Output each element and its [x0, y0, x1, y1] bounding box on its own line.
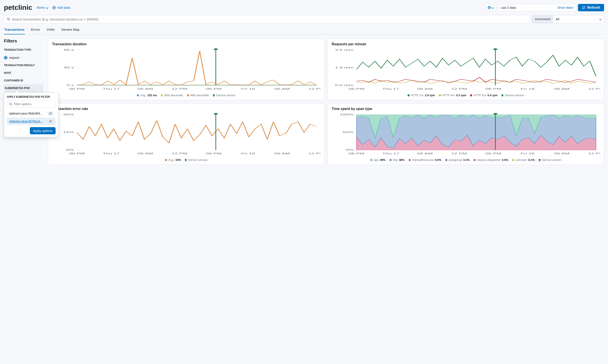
- chart-transaction-error-rate[interactable]: 0%15%30%06 PMThu 1706 AM12 PM06 PMFri 18…: [52, 113, 320, 156]
- svg-text:06 AM: 06 AM: [554, 88, 569, 90]
- refresh-label: Refresh: [587, 6, 600, 10]
- svg-text:06 AM: 06 AM: [137, 152, 153, 155]
- refresh-button[interactable]: Refresh: [578, 4, 604, 11]
- svg-text:12 PM: 12 PM: [451, 88, 467, 90]
- popover-item-1-count: 12: [48, 119, 54, 123]
- date-range-value: Last 2 days: [500, 6, 516, 9]
- tab-jvms[interactable]: JVMs: [46, 25, 55, 34]
- svg-text:Thu 17: Thu 17: [382, 152, 399, 155]
- chevron-down-icon: [46, 6, 48, 9]
- refresh-icon: [582, 6, 585, 9]
- svg-text:06 AM: 06 AM: [417, 152, 432, 155]
- popover-search[interactable]: [7, 101, 55, 107]
- legend: app 49%http 48%InternalResource 0.0%post…: [332, 158, 600, 162]
- svg-text:06 AM: 06 AM: [274, 88, 290, 90]
- svg-text:3.5 rpm: 3.5 rpm: [335, 49, 353, 51]
- page-title: petclinic: [4, 3, 32, 12]
- popover-item-0[interactable]: opbeans-java-5bdcd94... 12: [7, 110, 55, 117]
- chart-time-spent-by-span-type[interactable]: 0%50%100%06 PMThu 1706 AM12 PM06 PMFri 1…: [332, 113, 600, 156]
- filter-section-kubernetes-pod[interactable]: KUBERNETES POD: [4, 84, 43, 92]
- tab-errors[interactable]: Errors: [31, 25, 41, 34]
- svg-text:15%: 15%: [63, 131, 74, 133]
- svg-text:0 s: 0 s: [67, 84, 74, 86]
- kubernetes-pod-filter-popover: APPLY KUBERNETES POD FILTER opbeans-java…: [4, 92, 58, 137]
- legend: HTTP 2xx 2.0 rpmHTTP 4xx 0.3 rpmHTTP 5xx…: [332, 94, 600, 97]
- legend: Avg. 15%Service version: [52, 158, 320, 162]
- svg-text:30%: 30%: [63, 113, 74, 116]
- date-range-selector[interactable]: Last 2 days Show dates: [498, 4, 576, 11]
- svg-text:Fri 18: Fri 18: [241, 88, 255, 90]
- svg-text:06 PM: 06 PM: [349, 88, 364, 90]
- radio-checked-icon: [4, 56, 7, 59]
- filter-radio-request[interactable]: request: [4, 54, 43, 62]
- svg-text:12 PM: 12 PM: [588, 152, 600, 155]
- popover-item-1[interactable]: opbeans-java-8579ccd... 12: [7, 117, 55, 125]
- chart-transaction-duration[interactable]: 0 s40 s80 s06 PMThu 1706 AM12 PM06 PMFri…: [52, 48, 320, 91]
- filter-section-transaction-type[interactable]: TRANSACTION TYPE: [4, 46, 43, 54]
- svg-text:06 PM: 06 PM: [206, 88, 222, 90]
- popover-item-0-count: 12: [48, 111, 54, 115]
- svg-text:06 AM: 06 AM: [417, 88, 432, 90]
- svg-text:Fri 18: Fri 18: [241, 152, 255, 155]
- tab-service-map[interactable]: Service Map: [61, 25, 80, 34]
- svg-text:Thu 17: Thu 17: [103, 152, 120, 155]
- chart-requests-per-minute[interactable]: 0.0 rpm1.8 rpm3.5 rpm06 PMThu 1706 AM12 …: [332, 48, 600, 91]
- panel-title: Time spent by span type: [332, 107, 600, 111]
- search-icon: [7, 17, 10, 21]
- svg-text:06 PM: 06 PM: [206, 152, 222, 155]
- calendar-dropdown-button[interactable]: [485, 4, 496, 11]
- calendar-icon: [487, 6, 491, 9]
- search-icon: [9, 103, 12, 105]
- panel-time-spent-by-span-type: Time spent by span type 0%50%100%06 PMTh…: [327, 103, 604, 165]
- popover-item-0-label: opbeans-java-5bdcd94...: [9, 112, 42, 115]
- popover-search-input[interactable]: [14, 102, 53, 106]
- svg-rect-1: [488, 7, 490, 9]
- search-input[interactable]: [12, 17, 527, 21]
- svg-text:Thu 17: Thu 17: [382, 88, 399, 90]
- filter-section-transaction-result[interactable]: TRANSACTION RESULT: [4, 62, 43, 69]
- search-box[interactable]: [4, 15, 530, 23]
- svg-text:Thu 17: Thu 17: [103, 88, 120, 90]
- svg-text:0%: 0%: [66, 148, 74, 151]
- filter-section-host[interactable]: HOST: [4, 69, 43, 77]
- svg-text:12 PM: 12 PM: [172, 152, 188, 155]
- alerts-button[interactable]: Alerts: [37, 6, 48, 9]
- panel-title: Transaction error rate: [52, 107, 320, 111]
- svg-text:40 s: 40 s: [64, 66, 74, 69]
- svg-point-19: [214, 48, 218, 50]
- svg-text:06 AM: 06 AM: [554, 152, 569, 155]
- svg-text:12 PM: 12 PM: [309, 152, 320, 155]
- environment-select[interactable]: environment All: [532, 15, 604, 23]
- chevron-down-icon: [492, 6, 494, 9]
- filter-section-container-id[interactable]: CONTAINER ID: [4, 77, 43, 84]
- environment-label: environment: [532, 15, 553, 23]
- svg-text:12 PM: 12 PM: [309, 88, 320, 90]
- svg-text:Fri 18: Fri 18: [521, 88, 535, 90]
- alerts-label: Alerts: [37, 6, 45, 9]
- svg-point-3: [10, 103, 11, 105]
- svg-text:1.8 rpm: 1.8 rpm: [335, 66, 353, 69]
- svg-text:Fri 18: Fri 18: [521, 152, 535, 155]
- plus-circle-icon: [52, 6, 56, 9]
- add-data-button[interactable]: Add data: [52, 6, 70, 9]
- svg-text:06 PM: 06 PM: [349, 152, 364, 155]
- svg-text:0%: 0%: [346, 148, 353, 151]
- popover-title: APPLY KUBERNETES POD FILTER: [7, 95, 55, 98]
- filters-sidebar: Filters TRANSACTION TYPE request TRANSAC…: [4, 39, 43, 92]
- svg-text:12 PM: 12 PM: [588, 88, 600, 90]
- panel-transaction-error-rate: Transaction error rate 0%15%30%06 PMThu …: [48, 103, 324, 165]
- svg-text:50%: 50%: [343, 131, 353, 133]
- show-dates-link[interactable]: Show dates: [557, 6, 573, 9]
- svg-point-51: [214, 113, 218, 115]
- svg-point-2: [7, 18, 9, 20]
- svg-text:06 PM: 06 PM: [486, 152, 501, 155]
- apply-options-button[interactable]: Apply options: [30, 127, 55, 134]
- svg-text:06 AM: 06 AM: [137, 88, 153, 90]
- environment-value: All: [556, 17, 559, 21]
- svg-text:12 PM: 12 PM: [172, 88, 188, 90]
- tab-transactions[interactable]: Transactions: [4, 25, 25, 34]
- panel-requests-per-minute: Requests per minute 0.0 rpm1.8 rpm3.5 rp…: [327, 39, 604, 100]
- svg-point-67: [493, 113, 497, 115]
- svg-text:80 s: 80 s: [64, 49, 74, 51]
- svg-point-35: [493, 48, 497, 50]
